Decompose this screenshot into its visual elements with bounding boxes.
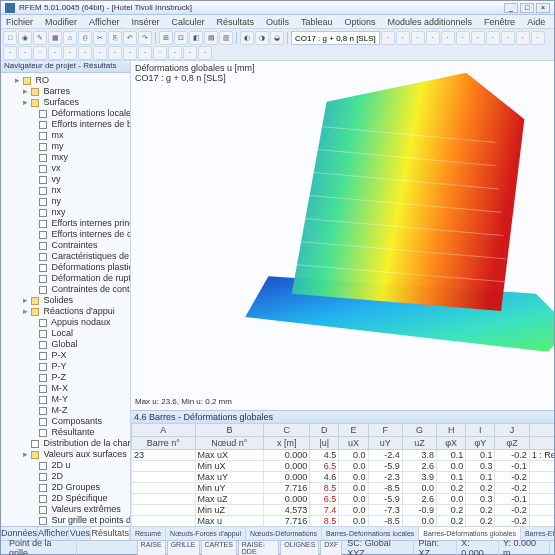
toolbar-btn-r20[interactable]: · [138, 46, 152, 60]
toolbar-btn-17[interactable]: ◐ [240, 31, 254, 45]
3d-viewport[interactable]: Déformations globales u [mm] CO17 : g + … [131, 61, 554, 410]
tree-node[interactable]: Déformations locales [3, 108, 128, 119]
table-row[interactable]: Min uZ4.5737.40.0-7.3-0.90.20.2-0.2 [132, 505, 555, 516]
toolbar-btn-r5[interactable]: · [456, 31, 470, 45]
result-tree[interactable]: ▸ RO▸ Barres▸ Surfaces Déformations loca… [1, 73, 130, 526]
toolbar-btn-1[interactable]: ◉ [18, 31, 32, 45]
tree-node[interactable]: M-Y [3, 394, 128, 405]
tree-node[interactable]: ▸ RO [3, 75, 128, 86]
tree-node[interactable]: Résultante [3, 427, 128, 438]
tree-node[interactable]: mxy [3, 152, 128, 163]
menu-modules additionnels[interactable]: Modules additionnels [385, 17, 476, 27]
results-tab[interactable]: Barres-Déformations globales [419, 527, 521, 540]
tree-node[interactable]: ▸ Surfaces [3, 97, 128, 108]
toolbar-btn-6[interactable]: ✂ [93, 31, 107, 45]
table-row[interactable]: Max u7.7168.50.0-8.50.00.20.2-0.2 [132, 516, 555, 527]
tree-node[interactable]: Contraintes [3, 240, 128, 251]
maximize-button[interactable]: □ [520, 3, 534, 13]
toolbar-btn-r12[interactable]: · [18, 46, 32, 60]
tree-node[interactable]: 2D u [3, 460, 128, 471]
toolbar-btn-15[interactable]: ▥ [219, 31, 233, 45]
tree-node[interactable]: 2D Spécifique [3, 493, 128, 504]
table-row[interactable]: Min uY7.7168.50.0-8.50.00.20.2-0.2 [132, 483, 555, 494]
menu-outils[interactable]: Outils [263, 17, 292, 27]
tree-node[interactable]: ▸ Barres [3, 86, 128, 97]
tree-node[interactable]: vx [3, 163, 128, 174]
results-tab[interactable]: Nœuds-Déformations [246, 527, 322, 540]
toolbar-btn-r9[interactable]: · [516, 31, 530, 45]
status-btn-cartes[interactable]: CARTES [201, 540, 237, 556]
toolbar-btn-13[interactable]: ◧ [189, 31, 203, 45]
menu-fichier[interactable]: Fichier [3, 17, 36, 27]
results-tab[interactable]: Nœuds-Forces d'appui [166, 527, 246, 540]
toolbar-btn-r3[interactable]: · [426, 31, 440, 45]
toolbar-btn-9[interactable]: ↷ [138, 31, 152, 45]
tree-node[interactable]: ▸ Réactions d'appui [3, 306, 128, 317]
tree-node[interactable]: Global [3, 339, 128, 350]
toolbar-btn-5[interactable]: ⎙ [78, 31, 92, 45]
toolbar-btn-r7[interactable]: · [486, 31, 500, 45]
toolbar-btn-r11[interactable]: · [3, 46, 17, 60]
toolbar-btn-r19[interactable]: · [123, 46, 137, 60]
status-btn-olignes[interactable]: OLIGNES [280, 540, 319, 556]
menu-fenêtre[interactable]: Fenêtre [481, 17, 518, 27]
toolbar-btn-r15[interactable]: · [63, 46, 77, 60]
tree-node[interactable]: ▸ Solides [3, 295, 128, 306]
status-btn-grille[interactable]: GRILLE [167, 540, 200, 556]
toolbar-btn-r24[interactable]: · [198, 46, 212, 60]
tree-node[interactable]: Déformations plastiques [3, 262, 128, 273]
table-row[interactable]: Min uX0.0006.50.0-5.92.60.00.3-0.1 [132, 461, 555, 472]
menu-modifier[interactable]: Modifier [42, 17, 80, 27]
toolbar-btn-r18[interactable]: · [108, 46, 122, 60]
toolbar-btn-r1[interactable]: · [396, 31, 410, 45]
menu-insérer[interactable]: Insérer [128, 17, 162, 27]
tree-node[interactable]: Efforts internes de calcul [3, 229, 128, 240]
tree-node[interactable]: M-X [3, 383, 128, 394]
tree-node[interactable]: ny [3, 196, 128, 207]
status-btn-dxf[interactable]: DXF [320, 540, 342, 556]
tree-node[interactable]: Valeurs extrêmes [3, 504, 128, 515]
toolbar-btn-14[interactable]: ▤ [204, 31, 218, 45]
close-button[interactable]: × [536, 3, 550, 13]
toolbar-btn-r17[interactable]: · [93, 46, 107, 60]
tree-node[interactable]: Sur grille et points de l'util... [3, 515, 128, 526]
toolbar-btn-12[interactable]: ⊡ [174, 31, 188, 45]
tree-node[interactable]: Distribution de la charge [3, 438, 128, 449]
results-tab[interactable]: Barres-Déformations locales [322, 527, 419, 540]
tree-node[interactable]: P-X [3, 350, 128, 361]
toolbar-btn-r13[interactable]: · [33, 46, 47, 60]
results-tab[interactable]: Résumé [131, 527, 166, 540]
menu-résultats[interactable]: Résultats [213, 17, 257, 27]
tree-node[interactable]: mx [3, 130, 128, 141]
toolbar-btn-19[interactable]: ◒ [270, 31, 284, 45]
tree-node[interactable]: nx [3, 185, 128, 196]
menu-calculer[interactable]: Calculer [168, 17, 207, 27]
tree-node[interactable]: 2D Groupes [3, 482, 128, 493]
tree-node[interactable]: Contraintes de contact [3, 284, 128, 295]
tree-node[interactable]: Efforts internes principaux [3, 218, 128, 229]
toolbar-btn-r8[interactable]: · [501, 31, 515, 45]
tree-node[interactable]: my [3, 141, 128, 152]
menu-aide[interactable]: Aide [524, 17, 548, 27]
toolbar-btn-r0[interactable]: · [381, 31, 395, 45]
tree-node[interactable]: P-Y [3, 361, 128, 372]
table-row[interactable]: Max uY0.0004.60.0-2.33.90.10.1-0.2 [132, 472, 555, 483]
tree-node[interactable]: Composants [3, 416, 128, 427]
tree-node[interactable]: M-Z [3, 405, 128, 416]
toolbar-btn-r2[interactable]: · [411, 31, 425, 45]
toolbar-btn-18[interactable]: ◑ [255, 31, 269, 45]
toolbar-btn-0[interactable]: □ [3, 31, 17, 45]
tree-node[interactable]: nxy [3, 207, 128, 218]
tree-node[interactable]: Appuis nodaux [3, 317, 128, 328]
tree-node[interactable]: 2D [3, 471, 128, 482]
toolbar-btn-r22[interactable]: · [168, 46, 182, 60]
tree-node[interactable]: ▸ Valeurs aux surfaces [3, 449, 128, 460]
status-btn-raise[interactable]: RAISE [137, 540, 166, 556]
tree-node[interactable]: P-Z [3, 372, 128, 383]
menu-options[interactable]: Options [342, 17, 379, 27]
toolbar-btn-4[interactable]: ⌂ [63, 31, 77, 45]
menu-afficher[interactable]: Afficher [86, 17, 122, 27]
toolbar-btn-r16[interactable]: · [78, 46, 92, 60]
toolbar-btn-r14[interactable]: · [48, 46, 62, 60]
toolbar-btn-r4[interactable]: · [441, 31, 455, 45]
